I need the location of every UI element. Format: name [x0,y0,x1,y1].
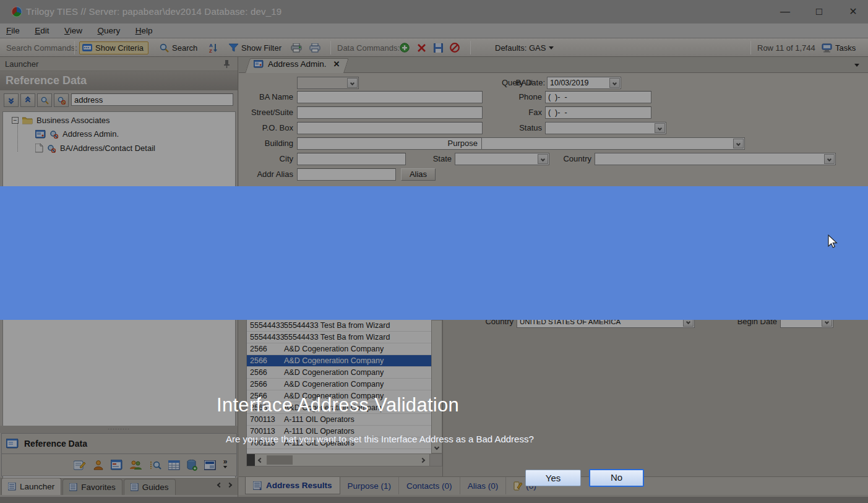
dialog-message: Are you sure that you want to set this I… [226,434,534,444]
no-button[interactable]: No [589,469,644,487]
dialog-title: Interface Address Validation [217,394,459,416]
app-window: Trilogy TIES // Server: papabear\dev2014… [0,0,868,503]
yes-button[interactable]: Yes [525,470,581,486]
mouse-cursor [827,234,838,249]
interface-address-validation-dialog: Interface Address Validation Are you sur… [0,186,868,320]
